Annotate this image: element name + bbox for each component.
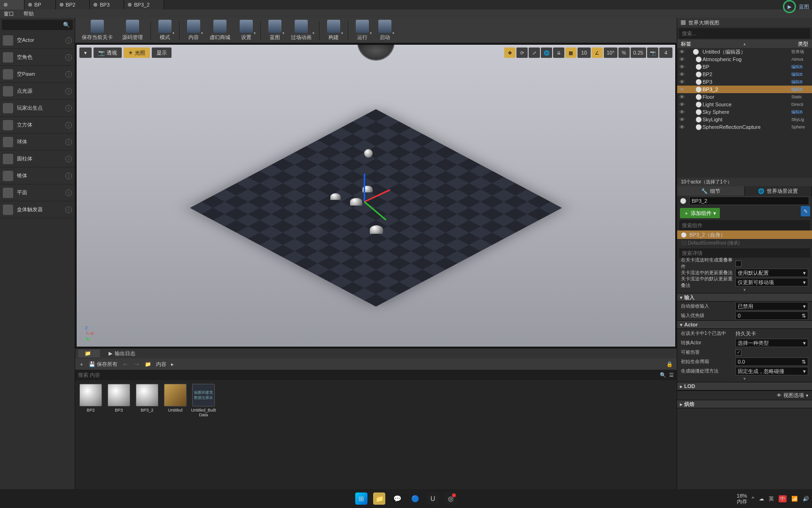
details-tab[interactable]: 🔧细节	[677, 186, 745, 196]
visibility-icon[interactable]: 👁	[679, 117, 685, 122]
info-icon[interactable]: i	[65, 156, 72, 162]
edit-blueprint-btn[interactable]: ✎	[801, 206, 810, 216]
lock-icon[interactable]: 🔒	[666, 361, 673, 367]
viewport-perspective-btn[interactable]: 📷透视	[94, 48, 122, 58]
blueprint-compiled-badge[interactable]: ▶ 蓝图	[783, 0, 809, 13]
toolbar-btn-构建[interactable]: 构建 ▾	[323, 19, 344, 42]
outliner-row[interactable]: 👁 ⚪ SkyLight SkyLig	[677, 116, 812, 123]
grid-snap-btn[interactable]: ▦	[565, 48, 577, 58]
checkbox[interactable]	[735, 261, 742, 267]
details-search[interactable]	[679, 248, 810, 258]
dropdown[interactable]: 选择一种类型▾	[735, 339, 808, 347]
ime-mode[interactable]: 中	[779, 495, 787, 502]
palette-item[interactable]: 平面 i	[0, 184, 75, 201]
scale-snap-btn[interactable]: %	[618, 48, 630, 58]
volume-icon[interactable]: 🔊	[803, 496, 809, 502]
asset-item[interactable]: Untitled	[164, 384, 187, 413]
viewport-show-btn[interactable]: 显示	[152, 48, 172, 58]
asset-item[interactable]: BP2	[79, 384, 102, 413]
section-bake[interactable]: ▸ 烘焙	[677, 400, 812, 408]
content-browser-tab[interactable]: 📁	[78, 349, 100, 357]
info-icon[interactable]: i	[65, 54, 72, 61]
outliner-row[interactable]: 👁 ⚪ BP 编辑B	[677, 63, 812, 71]
visibility-icon[interactable]: 👁	[679, 102, 685, 107]
menu-help[interactable]: 帮助	[23, 10, 34, 17]
info-icon[interactable]: i	[65, 71, 72, 78]
outliner-type[interactable]: 编辑B	[791, 64, 810, 70]
add-component-btn[interactable]: ＋添加组件 ▾	[680, 208, 720, 218]
toolbar-btn-运行[interactable]: 运行 ▾	[352, 19, 373, 42]
camera-speed-icon[interactable]: 📷	[647, 48, 658, 58]
info-icon[interactable]: i	[65, 206, 72, 213]
outliner-header[interactable]: 标签▲类型	[677, 40, 812, 48]
visibility-icon[interactable]: 👁	[679, 94, 685, 100]
scale-gizmo-btn[interactable]: ⤢	[529, 48, 540, 58]
dropdown[interactable]: 已禁用▾	[735, 302, 808, 310]
tab-bp2[interactable]: BP2	[56, 0, 90, 9]
palette-search-input[interactable]	[5, 22, 70, 28]
expand-arrow[interactable]: ▼	[677, 376, 812, 382]
toolbar-btn-蓝图[interactable]: 蓝图 ▾	[265, 19, 285, 42]
explorer-icon[interactable]: 📁	[373, 492, 385, 505]
toolbar-btn-源码管理[interactable]: 源码管理	[118, 19, 147, 42]
visibility-icon[interactable]: 👁	[679, 124, 685, 130]
outliner-row[interactable]: 👁 ⚪ SphereReflectionCapture Sphere	[677, 123, 812, 131]
info-icon[interactable]: i	[65, 105, 72, 111]
palette-item[interactable]: 立方体 i	[0, 117, 75, 134]
outliner-type[interactable]: SkyLig	[791, 117, 810, 122]
dropdown[interactable]: 固定生成，忽略碰撞▾	[735, 367, 808, 375]
asset-grid[interactable]: BP2 BP3 BP3_2 Untitled 贴图和建筑数据注册表Untitle…	[75, 380, 677, 489]
asset-item[interactable]: 贴图和建筑数据注册表Untitled_Built Data	[192, 384, 215, 418]
section-actor[interactable]: ▾ Actor	[677, 320, 812, 329]
viewport-lit-btn[interactable]: ☀光照	[124, 48, 150, 58]
outliner-search-input[interactable]	[682, 31, 807, 36]
info-icon[interactable]: i	[65, 88, 72, 95]
section-input[interactable]: ▾ 输入	[677, 293, 812, 302]
outliner-type[interactable]: Directi	[791, 102, 810, 107]
wechat-icon[interactable]: 💬	[391, 492, 403, 505]
dropdown[interactable]: 使用默认配置▾	[735, 269, 808, 277]
transform-gizmo[interactable]	[364, 202, 365, 203]
outliner-type[interactable]: 编辑B	[791, 109, 810, 115]
component-search-input[interactable]	[682, 222, 807, 228]
view-options[interactable]: 👁 视图选项▾	[677, 390, 812, 400]
outliner-search[interactable]	[679, 28, 810, 39]
palette-item[interactable]: 点光源 i	[0, 83, 75, 100]
translate-gizmo-btn[interactable]: ✥	[504, 48, 515, 58]
save-all-btn[interactable]: 💾 保存所有	[89, 361, 117, 368]
visibility-icon[interactable]: 👁	[679, 56, 685, 62]
actor-name-input[interactable]	[689, 197, 809, 205]
tray-chevron[interactable]: ^	[752, 496, 754, 501]
outliner-row[interactable]: 👁 ⚪ Floor Static	[677, 93, 812, 101]
add-new-btn[interactable]: ＋	[79, 361, 84, 368]
palette-item[interactable]: 盒体触发器 i	[0, 201, 75, 218]
outliner-type[interactable]: 编辑B	[791, 71, 810, 78]
outliner-type[interactable]: 编辑B	[791, 87, 810, 93]
nav-back-btn[interactable]: ←	[122, 360, 129, 368]
angle-snap-value[interactable]: 10°	[604, 48, 617, 58]
outliner-type[interactable]: 编辑B	[791, 79, 810, 85]
visibility-icon[interactable]: 👁	[679, 64, 685, 70]
outliner-type[interactable]: Static	[791, 95, 810, 99]
memory-meter[interactable]: 18%内存	[737, 493, 747, 504]
tab-bp3-2[interactable]: BP3_2	[124, 0, 164, 9]
visibility-icon[interactable]: 👁	[679, 87, 685, 92]
folder-icon[interactable]: 📁	[145, 361, 151, 367]
filter-icon[interactable]: ☰	[669, 372, 674, 378]
palette-item[interactable]: 玩家出生点 i	[0, 100, 75, 117]
content-search-input[interactable]	[78, 372, 660, 378]
component-search[interactable]	[679, 220, 810, 230]
toolbar-btn-保存当前关卡[interactable]: 保存当前关卡	[78, 19, 117, 42]
world-settings-tab[interactable]: 🌐世界场景设置	[745, 186, 812, 196]
breadcrumb-arrow[interactable]: ▸	[171, 361, 174, 367]
toolbar-btn-内容[interactable]: 内容 ▾	[183, 19, 204, 42]
outliner-type[interactable]: Atmos	[791, 57, 810, 62]
info-icon[interactable]: i	[65, 173, 72, 179]
info-icon[interactable]: i	[65, 139, 72, 145]
palette-item[interactable]: 锥体 i	[0, 167, 75, 184]
scale-snap-value[interactable]: 0.25	[631, 48, 646, 58]
start-button[interactable]: ⊞	[355, 492, 367, 505]
tab-bp3[interactable]: BP3	[90, 0, 124, 9]
visibility-icon[interactable]: 👁	[679, 71, 685, 77]
grid-snap-value[interactable]: 10	[578, 48, 591, 58]
